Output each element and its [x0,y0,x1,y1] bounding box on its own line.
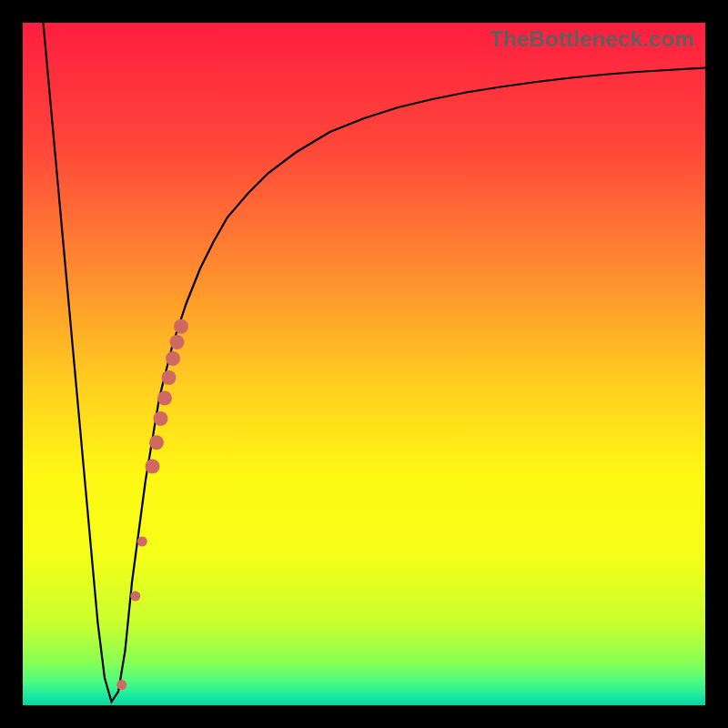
data-marker [116,680,126,690]
data-marker [149,435,164,450]
plot-area: TheBottleneck.com [23,23,705,705]
bottleneck-curve [44,23,706,702]
data-marker [130,592,140,602]
data-marker [137,537,147,547]
data-marker [170,335,185,349]
chart-frame: TheBottleneck.com [0,0,728,728]
curve-layer [23,23,705,705]
data-marker [146,460,160,474]
watermark-text: TheBottleneck.com [490,26,694,52]
data-marker [157,391,172,406]
data-marker [154,411,168,426]
data-marker [166,351,180,366]
data-marker [162,370,177,385]
data-marker [174,319,188,334]
